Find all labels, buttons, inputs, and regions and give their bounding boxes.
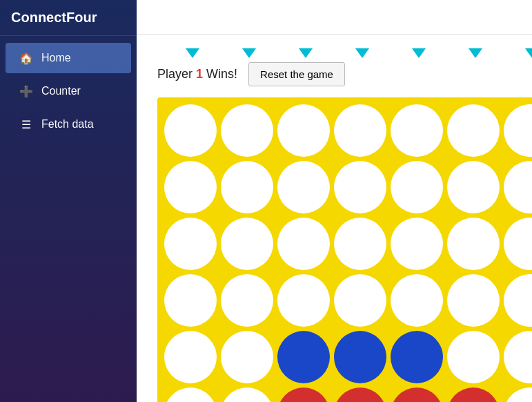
player-number: 1 — [196, 67, 203, 81]
arrow-col-2[interactable] — [277, 48, 334, 58]
cell-4-3[interactable] — [334, 331, 386, 383]
arrow-col-5[interactable] — [447, 48, 504, 58]
sidebar-item-home[interactable]: 🏠 Home — [6, 43, 131, 73]
cell-3-6[interactable] — [504, 274, 532, 327]
board-row-5 — [164, 387, 532, 402]
cell-4-4[interactable] — [391, 331, 443, 383]
cell-2-4[interactable] — [391, 218, 443, 270]
cell-5-1[interactable] — [221, 387, 273, 402]
cell-4-0[interactable] — [164, 331, 217, 383]
arrows-row — [157, 48, 532, 58]
drop-arrow-6[interactable] — [525, 48, 532, 58]
arrow-col-1[interactable] — [221, 48, 277, 58]
sidebar-label-home: Home — [41, 52, 71, 64]
cell-4-6[interactable] — [504, 331, 532, 383]
cell-3-0[interactable] — [164, 274, 217, 327]
cell-2-0[interactable] — [164, 218, 217, 270]
cell-0-2[interactable] — [277, 104, 330, 157]
app-title: ConnectFour — [0, 0, 137, 36]
cell-0-5[interactable] — [447, 104, 500, 157]
home-icon: 🏠 — [19, 51, 33, 65]
cell-5-0[interactable] — [164, 387, 217, 402]
board-row-3 — [164, 274, 532, 327]
cell-3-2[interactable] — [277, 274, 330, 327]
drop-arrow-2[interactable] — [299, 48, 313, 58]
drop-arrow-1[interactable] — [242, 48, 256, 58]
cell-5-2[interactable] — [277, 387, 330, 402]
cell-1-3[interactable] — [334, 161, 386, 213]
drop-arrow-4[interactable] — [412, 48, 426, 58]
arrow-col-4[interactable] — [391, 48, 447, 58]
cell-1-0[interactable] — [164, 161, 217, 213]
cell-1-1[interactable] — [221, 161, 273, 213]
cell-0-6[interactable] — [504, 104, 532, 157]
sidebar-label-counter: Counter — [41, 85, 81, 97]
cell-1-4[interactable] — [391, 161, 443, 213]
plus-icon: ➕ — [19, 84, 33, 98]
cell-1-6[interactable] — [504, 161, 532, 213]
board-row-4 — [164, 331, 532, 383]
cell-5-6[interactable] — [504, 387, 532, 402]
game-board — [157, 97, 532, 402]
list-icon: ☰ — [19, 117, 33, 131]
board-row-0 — [164, 104, 532, 157]
topbar: About — [137, 0, 532, 35]
game-status: Player 1 Wins! — [157, 67, 237, 82]
cell-4-2[interactable] — [277, 331, 330, 383]
cell-0-1[interactable] — [221, 104, 273, 157]
sidebar: ConnectFour 🏠 Home ➕ Counter ☰ Fetch dat… — [0, 0, 137, 402]
cell-4-5[interactable] — [447, 331, 500, 383]
cell-2-2[interactable] — [277, 218, 330, 270]
cell-3-1[interactable] — [221, 274, 273, 327]
reset-button[interactable]: Reset the game — [248, 62, 345, 86]
cell-0-3[interactable] — [334, 104, 386, 157]
cell-3-3[interactable] — [334, 274, 386, 327]
cell-1-5[interactable] — [447, 161, 500, 213]
cell-0-0[interactable] — [164, 104, 217, 157]
drop-arrow-0[interactable] — [186, 48, 199, 58]
cell-5-3[interactable] — [334, 387, 386, 402]
content-area: Player 1 Wins! Reset the game — [137, 35, 532, 402]
board-row-2 — [164, 218, 532, 270]
sidebar-label-fetch-data: Fetch data — [41, 118, 94, 131]
cell-5-4[interactable] — [391, 387, 443, 402]
cell-0-4[interactable] — [391, 104, 443, 157]
cell-2-5[interactable] — [447, 218, 500, 270]
cell-4-1[interactable] — [221, 331, 273, 383]
game-controls: Player 1 Wins! Reset the game — [157, 62, 532, 86]
cell-1-2[interactable] — [277, 161, 330, 213]
cell-5-5[interactable] — [447, 387, 500, 402]
cell-2-1[interactable] — [221, 218, 273, 270]
drop-arrow-5[interactable] — [469, 48, 482, 58]
cell-2-3[interactable] — [334, 218, 386, 270]
arrow-col-6[interactable] — [504, 48, 532, 58]
arrow-col-0[interactable] — [164, 48, 221, 58]
cell-3-5[interactable] — [447, 274, 500, 327]
sidebar-item-counter[interactable]: ➕ Counter — [6, 76, 131, 106]
arrow-col-3[interactable] — [334, 48, 391, 58]
cell-3-4[interactable] — [391, 274, 443, 327]
sidebar-item-fetch-data[interactable]: ☰ Fetch data — [6, 109, 131, 140]
cell-2-6[interactable] — [504, 218, 532, 270]
drop-arrow-3[interactable] — [355, 48, 369, 58]
sidebar-nav: 🏠 Home ➕ Counter ☰ Fetch data — [0, 36, 137, 146]
board-row-1 — [164, 161, 532, 213]
main-content: About Player 1 Wins! Reset the game — [137, 0, 532, 402]
